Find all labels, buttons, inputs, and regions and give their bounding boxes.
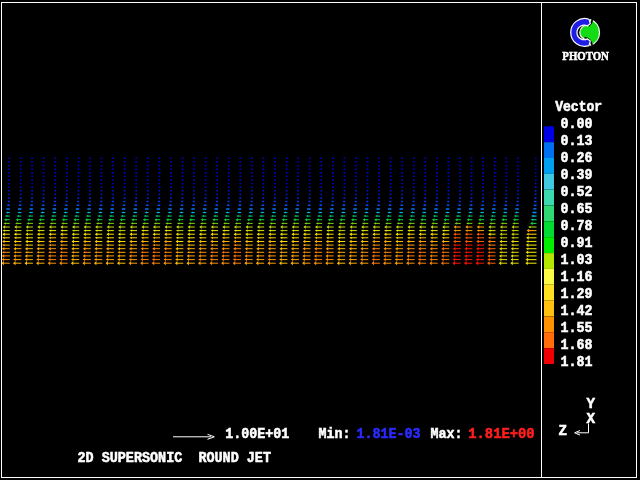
svg-text:0.13: 0.13 (561, 133, 593, 149)
svg-text:Min:: Min: (319, 426, 351, 442)
svg-text:1.42: 1.42 (561, 303, 593, 319)
svg-text:1.81: 1.81 (561, 354, 593, 370)
svg-text:0.52: 0.52 (561, 184, 593, 200)
svg-text:2D SUPERSONIC ROUND JET: 2D SUPERSONIC ROUND JET (78, 450, 272, 466)
svg-text:0.91: 0.91 (561, 235, 593, 251)
svg-text:1.81E+00: 1.81E+00 (468, 426, 535, 442)
svg-text:0.65: 0.65 (561, 201, 593, 217)
svg-text:1.55: 1.55 (561, 320, 593, 336)
svg-text:Y: Y (587, 396, 596, 412)
svg-text:0.78: 0.78 (561, 218, 593, 234)
svg-text:Vector: Vector (555, 99, 602, 115)
svg-text:0.26: 0.26 (561, 150, 593, 166)
svg-text:1.03: 1.03 (561, 252, 593, 268)
svg-text:0.00: 0.00 (561, 116, 593, 132)
svg-text:1.29: 1.29 (561, 286, 593, 302)
svg-text:Max:: Max: (431, 426, 463, 442)
svg-text:PHOTON: PHOTON (562, 49, 609, 63)
svg-text:1.00E+01: 1.00E+01 (225, 426, 289, 442)
svg-text:X: X (587, 411, 596, 427)
svg-text:1.68: 1.68 (561, 337, 593, 353)
svg-text:Z: Z (559, 423, 568, 439)
svg-text:0.39: 0.39 (561, 167, 593, 183)
svg-text:1.16: 1.16 (561, 269, 593, 285)
svg-text:1.81E-03: 1.81E-03 (356, 426, 420, 442)
